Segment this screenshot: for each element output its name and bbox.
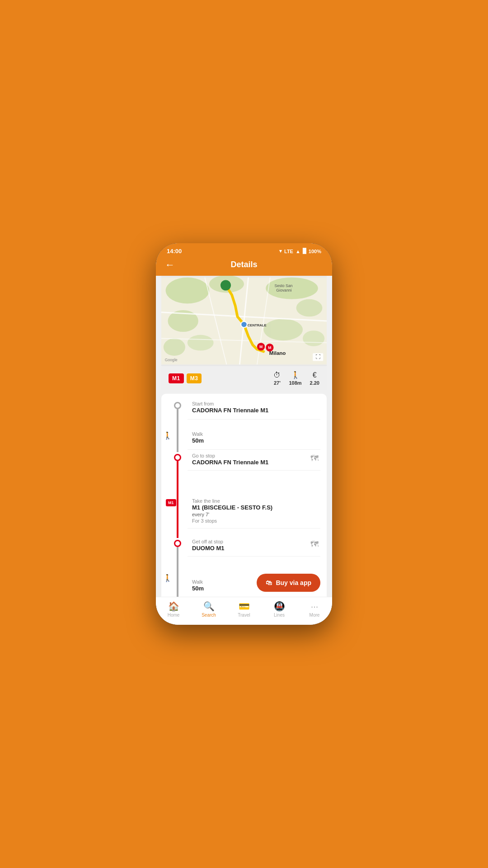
clock-icon: ⏱ <box>273 371 281 379</box>
start-name: CADORNA FN Triennale M1 <box>192 407 320 414</box>
svg-text:Google: Google <box>165 358 178 362</box>
step-line-m1: M1 Take the line M1 (BISCEGLIE - SESTO F… <box>168 497 320 538</box>
route-stats: ⏱ 27' 🚶 108m € 2.20 <box>273 371 319 386</box>
walk2-icon: 🚶 <box>163 574 172 582</box>
route-info-bar: M1 M3 ⏱ 27' 🚶 108m € 2.20 <box>161 366 327 390</box>
step-start-content: Start from CADORNA FN Triennale M1 <box>188 400 320 420</box>
status-icons: ▾ LTE ▲ ▉ 100% <box>279 248 321 254</box>
line-after-start <box>177 409 178 429</box>
badge-m1: M1 <box>169 373 184 383</box>
nav-home-label: Home <box>168 613 180 618</box>
svg-rect-16 <box>223 283 229 288</box>
walk2-dist: 50m <box>192 585 204 592</box>
scroll-content[interactable]: Start from CADORNA FN Triennale M1 🚶 Wal… <box>156 390 332 597</box>
line-walk2 <box>177 572 178 597</box>
step-line-m1-content: Take the line M1 (BISCEGLIE - SESTO F.S)… <box>188 497 320 528</box>
back-button[interactable]: ← <box>165 259 175 271</box>
battery-pct: 100% <box>309 249 321 254</box>
walk1-icon: 🚶 <box>163 431 172 440</box>
signal-icon: ▲ <box>296 249 300 254</box>
bottom-nav: 🏠 Home 🔍 Search 💳 Travel 🚇 Lines ··· Mor… <box>156 597 332 625</box>
buy-btn-label: Buy via app <box>276 579 311 586</box>
svg-text:Milano: Milano <box>269 350 286 356</box>
phone-screen: 14:00 ▾ LTE ▲ ▉ 100% ← Details <box>156 243 332 625</box>
nav-home[interactable]: 🏠 Home <box>156 601 191 618</box>
nav-more-label: More <box>310 613 320 618</box>
line-badges: M1 M3 <box>169 373 202 383</box>
stat-price: € 2.20 <box>310 371 319 386</box>
step-stop1: Go to stop CADORNA FN Triennale M1 🗺 <box>168 452 320 497</box>
walk-icon: 🚶 <box>291 371 300 379</box>
svg-point-1 <box>166 278 209 304</box>
walk2-label: Walk <box>192 579 204 585</box>
nav-lines[interactable]: 🚇 Lines <box>262 601 297 618</box>
badge-m3: M3 <box>187 373 202 383</box>
getoff-label: Get off at stop <box>192 539 320 544</box>
step-getoff: Get off at stop DUOMO M1 🗺 <box>168 538 320 572</box>
goto-stop1-name: CADORNA FN Triennale M1 <box>192 459 320 466</box>
line-walk1 <box>177 429 178 452</box>
svg-point-8 <box>263 319 303 340</box>
battery-icon: ▉ <box>303 248 306 254</box>
price-value: 2.20 <box>310 380 319 386</box>
svg-text:Giovanni: Giovanni <box>276 288 291 292</box>
svg-point-6 <box>164 339 185 356</box>
svg-point-7 <box>188 335 214 351</box>
search-icon: 🔍 <box>203 601 215 612</box>
lte-label: LTE <box>284 249 293 254</box>
svg-point-3 <box>266 278 318 299</box>
more-icon: ··· <box>311 601 319 612</box>
duration-value: 27' <box>274 380 281 386</box>
header-title: Details <box>230 260 257 269</box>
nav-search[interactable]: 🔍 Search <box>191 601 226 618</box>
nav-lines-label: Lines <box>274 613 285 618</box>
nav-more[interactable]: ··· More <box>297 601 332 618</box>
nav-travel[interactable]: 💳 Travel <box>226 601 262 618</box>
step-walk2: 🚶 Walk 50m 🛍 Buy via app <box>168 572 320 597</box>
buy-via-app-button[interactable]: 🛍 Buy via app <box>257 574 320 592</box>
lines-icon: 🚇 <box>274 601 285 612</box>
step-walk1: 🚶 Walk 50m <box>168 429 320 452</box>
wifi-icon: ▾ <box>279 248 282 254</box>
map-svg: CENTRALE M M Milano Sesto San Giovanni G… <box>161 276 327 366</box>
status-time: 14:00 <box>167 248 182 255</box>
euro-icon: € <box>313 371 317 379</box>
line-after-getoff <box>177 547 178 572</box>
goto-stop1-label: Go to stop <box>192 453 320 458</box>
step-dot-getoff <box>174 540 181 547</box>
home-icon: 🏠 <box>168 601 179 612</box>
step-getoff-content: Get off at stop DUOMO M1 🗺 <box>188 538 320 557</box>
step-dot-stop1 <box>174 454 181 461</box>
buy-btn-icon: 🛍 <box>266 579 272 586</box>
step-walk2-content: Walk 50m 🛍 Buy via app <box>188 572 320 597</box>
getoff-name: DUOMO M1 <box>192 545 320 552</box>
map-link1-icon[interactable]: 🗺 <box>310 454 319 463</box>
svg-text:Sesto San: Sesto San <box>274 283 292 288</box>
map-link2-icon[interactable]: 🗺 <box>310 540 319 549</box>
journey-steps: Start from CADORNA FN Triennale M1 🚶 Wal… <box>161 394 327 597</box>
svg-point-4 <box>296 299 323 317</box>
status-bar: 14:00 ▾ LTE ▲ ▉ 100% <box>156 243 332 256</box>
walk1-label: Walk <box>192 431 320 437</box>
take-line-label: Take the line <box>192 498 320 504</box>
page-header: ← Details <box>156 256 332 276</box>
take-line-stops: For 3 stops <box>192 518 320 524</box>
stat-walk: 🚶 108m <box>289 371 301 386</box>
take-line-name: M1 (BISCEGLIE - SESTO F.S) <box>192 504 320 511</box>
svg-text:⛶: ⛶ <box>315 354 321 359</box>
stat-duration: ⏱ 27' <box>273 371 281 386</box>
line-m1 <box>177 497 178 538</box>
route-card: Start from CADORNA FN Triennale M1 🚶 Wal… <box>161 394 327 597</box>
svg-text:CENTRALE: CENTRALE <box>248 323 267 327</box>
travel-icon: 💳 <box>239 601 250 612</box>
svg-point-17 <box>241 321 247 327</box>
svg-text:M: M <box>259 344 263 349</box>
walk-value: 108m <box>289 380 301 386</box>
line-stop1 <box>177 461 178 497</box>
start-label: Start from <box>192 401 320 406</box>
map-container: CENTRALE M M Milano Sesto San Giovanni G… <box>161 276 327 366</box>
take-line-freq: every 7' <box>192 512 320 517</box>
nav-search-label: Search <box>202 613 216 618</box>
step-walk1-content: Walk 50m <box>188 429 320 450</box>
nav-travel-label: Travel <box>238 613 250 618</box>
